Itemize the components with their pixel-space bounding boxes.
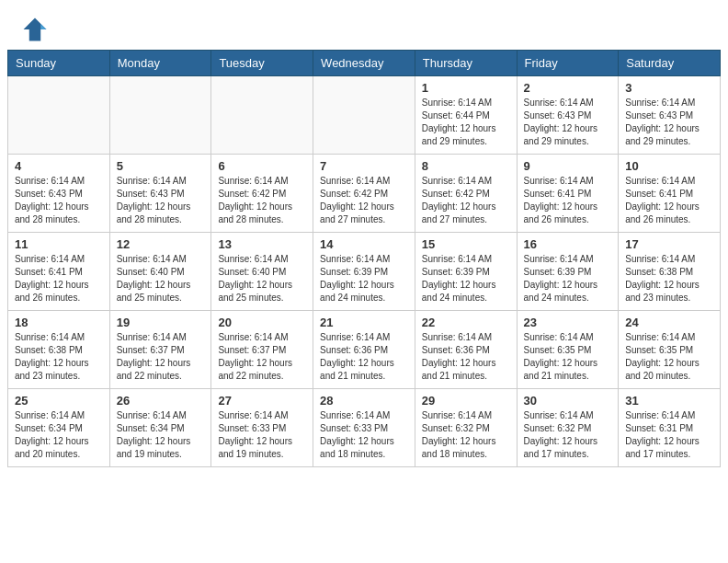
day-number: 27 xyxy=(218,394,306,408)
day-number: 17 xyxy=(625,237,713,251)
day-number: 3 xyxy=(625,81,713,95)
day-number: 11 xyxy=(15,237,103,251)
day-cell: 5Sunrise: 6:14 AM Sunset: 6:43 PM Daylig… xyxy=(109,155,211,233)
day-number: 4 xyxy=(15,159,103,173)
day-number: 15 xyxy=(422,237,510,251)
week-row-5: 25Sunrise: 6:14 AM Sunset: 6:34 PM Dayli… xyxy=(8,389,721,467)
day-number: 20 xyxy=(218,316,306,329)
day-info: Sunrise: 6:14 AM Sunset: 6:34 PM Dayligh… xyxy=(15,409,103,461)
day-number: 5 xyxy=(117,159,205,173)
day-cell: 9Sunrise: 6:14 AM Sunset: 6:41 PM Daylig… xyxy=(517,155,619,233)
day-number: 25 xyxy=(15,394,103,408)
day-cell: 26Sunrise: 6:14 AM Sunset: 6:34 PM Dayli… xyxy=(109,389,211,467)
day-info: Sunrise: 6:14 AM Sunset: 6:35 PM Dayligh… xyxy=(524,331,612,383)
day-info: Sunrise: 6:14 AM Sunset: 6:36 PM Dayligh… xyxy=(320,331,408,383)
day-cell: 31Sunrise: 6:14 AM Sunset: 6:31 PM Dayli… xyxy=(619,389,721,467)
day-number: 29 xyxy=(422,394,510,408)
day-info: Sunrise: 6:14 AM Sunset: 6:40 PM Dayligh… xyxy=(117,253,205,304)
day-number: 18 xyxy=(15,316,103,329)
day-cell: 17Sunrise: 6:14 AM Sunset: 6:38 PM Dayli… xyxy=(619,233,721,311)
weekday-wednesday: Wednesday xyxy=(313,51,415,76)
day-info: Sunrise: 6:14 AM Sunset: 6:41 PM Dayligh… xyxy=(625,175,713,226)
day-cell: 7Sunrise: 6:14 AM Sunset: 6:42 PM Daylig… xyxy=(313,155,415,233)
day-cell: 4Sunrise: 6:14 AM Sunset: 6:43 PM Daylig… xyxy=(8,155,110,233)
day-cell: 29Sunrise: 6:14 AM Sunset: 6:32 PM Dayli… xyxy=(415,389,517,467)
day-info: Sunrise: 6:14 AM Sunset: 6:34 PM Dayligh… xyxy=(117,409,205,461)
day-info: Sunrise: 6:14 AM Sunset: 6:43 PM Dayligh… xyxy=(625,97,713,148)
weekday-thursday: Thursday xyxy=(415,51,517,76)
day-cell: 28Sunrise: 6:14 AM Sunset: 6:33 PM Dayli… xyxy=(313,389,415,467)
day-number: 2 xyxy=(524,81,612,95)
day-number: 1 xyxy=(422,81,510,95)
week-row-1: 1Sunrise: 6:14 AM Sunset: 6:44 PM Daylig… xyxy=(8,76,721,155)
weekday-sunday: Sunday xyxy=(8,51,110,76)
day-number: 26 xyxy=(117,394,205,408)
day-cell: 8Sunrise: 6:14 AM Sunset: 6:42 PM Daylig… xyxy=(415,155,517,233)
weekday-tuesday: Tuesday xyxy=(211,51,313,76)
day-number: 31 xyxy=(625,394,713,408)
day-cell: 13Sunrise: 6:14 AM Sunset: 6:40 PM Dayli… xyxy=(211,233,313,311)
day-info: Sunrise: 6:14 AM Sunset: 6:38 PM Dayligh… xyxy=(625,253,713,304)
day-cell: 6Sunrise: 6:14 AM Sunset: 6:42 PM Daylig… xyxy=(211,155,313,233)
day-number: 21 xyxy=(320,316,408,329)
day-info: Sunrise: 6:14 AM Sunset: 6:43 PM Dayligh… xyxy=(15,175,103,226)
day-info: Sunrise: 6:14 AM Sunset: 6:32 PM Dayligh… xyxy=(422,409,510,461)
day-cell: 18Sunrise: 6:14 AM Sunset: 6:38 PM Dayli… xyxy=(8,311,110,389)
day-info: Sunrise: 6:14 AM Sunset: 6:40 PM Dayligh… xyxy=(218,253,306,304)
logo-icon xyxy=(22,17,48,42)
day-info: Sunrise: 6:14 AM Sunset: 6:35 PM Dayligh… xyxy=(625,331,713,383)
day-info: Sunrise: 6:14 AM Sunset: 6:41 PM Dayligh… xyxy=(15,253,103,304)
day-info: Sunrise: 6:14 AM Sunset: 6:42 PM Dayligh… xyxy=(422,175,510,226)
week-row-2: 4Sunrise: 6:14 AM Sunset: 6:43 PM Daylig… xyxy=(8,155,721,233)
day-info: Sunrise: 6:14 AM Sunset: 6:42 PM Dayligh… xyxy=(218,175,306,226)
day-cell xyxy=(109,76,211,155)
day-info: Sunrise: 6:14 AM Sunset: 6:37 PM Dayligh… xyxy=(117,331,205,383)
day-cell: 19Sunrise: 6:14 AM Sunset: 6:37 PM Dayli… xyxy=(109,311,211,389)
day-info: Sunrise: 6:14 AM Sunset: 6:32 PM Dayligh… xyxy=(524,409,612,461)
day-number: 6 xyxy=(218,159,306,173)
day-number: 24 xyxy=(625,316,713,329)
day-cell: 16Sunrise: 6:14 AM Sunset: 6:39 PM Dayli… xyxy=(517,233,619,311)
weekday-saturday: Saturday xyxy=(619,51,721,76)
day-cell xyxy=(313,76,415,155)
day-number: 23 xyxy=(524,316,612,329)
day-number: 22 xyxy=(422,316,510,329)
day-number: 19 xyxy=(117,316,205,329)
day-info: Sunrise: 6:14 AM Sunset: 6:44 PM Dayligh… xyxy=(422,97,510,148)
day-info: Sunrise: 6:14 AM Sunset: 6:43 PM Dayligh… xyxy=(117,175,205,226)
day-cell xyxy=(211,76,313,155)
day-cell: 11Sunrise: 6:14 AM Sunset: 6:41 PM Dayli… xyxy=(8,233,110,311)
day-cell: 3Sunrise: 6:14 AM Sunset: 6:43 PM Daylig… xyxy=(619,76,721,155)
day-info: Sunrise: 6:14 AM Sunset: 6:39 PM Dayligh… xyxy=(320,253,408,304)
day-number: 9 xyxy=(524,159,612,173)
day-cell: 27Sunrise: 6:14 AM Sunset: 6:33 PM Dayli… xyxy=(211,389,313,467)
day-info: Sunrise: 6:14 AM Sunset: 6:36 PM Dayligh… xyxy=(422,331,510,383)
day-cell: 15Sunrise: 6:14 AM Sunset: 6:39 PM Dayli… xyxy=(415,233,517,311)
day-cell: 12Sunrise: 6:14 AM Sunset: 6:40 PM Dayli… xyxy=(109,233,211,311)
day-cell: 22Sunrise: 6:14 AM Sunset: 6:36 PM Dayli… xyxy=(415,311,517,389)
day-info: Sunrise: 6:14 AM Sunset: 6:43 PM Dayligh… xyxy=(524,97,612,148)
day-info: Sunrise: 6:14 AM Sunset: 6:33 PM Dayligh… xyxy=(218,409,306,461)
day-number: 7 xyxy=(320,159,408,173)
day-number: 14 xyxy=(320,237,408,251)
page-header xyxy=(0,0,728,50)
logo xyxy=(22,17,51,42)
day-info: Sunrise: 6:14 AM Sunset: 6:39 PM Dayligh… xyxy=(524,253,612,304)
day-number: 13 xyxy=(218,237,306,251)
day-number: 10 xyxy=(625,159,713,173)
day-cell: 25Sunrise: 6:14 AM Sunset: 6:34 PM Dayli… xyxy=(8,389,110,467)
day-cell: 14Sunrise: 6:14 AM Sunset: 6:39 PM Dayli… xyxy=(313,233,415,311)
day-info: Sunrise: 6:14 AM Sunset: 6:41 PM Dayligh… xyxy=(524,175,612,226)
day-cell: 23Sunrise: 6:14 AM Sunset: 6:35 PM Dayli… xyxy=(517,311,619,389)
day-cell: 2Sunrise: 6:14 AM Sunset: 6:43 PM Daylig… xyxy=(517,76,619,155)
weekday-friday: Friday xyxy=(517,51,619,76)
week-row-3: 11Sunrise: 6:14 AM Sunset: 6:41 PM Dayli… xyxy=(8,233,721,311)
week-row-4: 18Sunrise: 6:14 AM Sunset: 6:38 PM Dayli… xyxy=(8,311,721,389)
day-number: 12 xyxy=(117,237,205,251)
day-cell xyxy=(8,76,110,155)
day-cell: 1Sunrise: 6:14 AM Sunset: 6:44 PM Daylig… xyxy=(415,76,517,155)
day-info: Sunrise: 6:14 AM Sunset: 6:38 PM Dayligh… xyxy=(15,331,103,383)
day-number: 30 xyxy=(524,394,612,408)
day-info: Sunrise: 6:14 AM Sunset: 6:39 PM Dayligh… xyxy=(422,253,510,304)
svg-marker-1 xyxy=(40,24,46,29)
